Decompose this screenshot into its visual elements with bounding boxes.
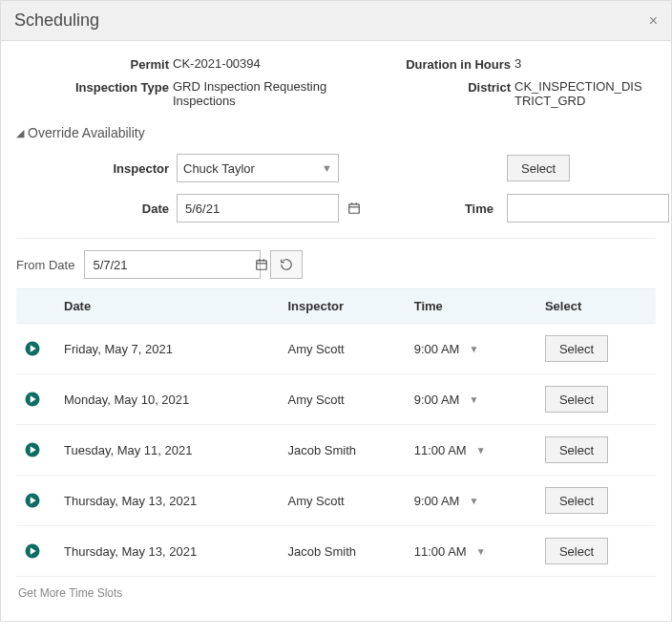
override-select-button[interactable]: Select (507, 155, 570, 181)
date-input-field[interactable] (183, 201, 347, 217)
row-date: Thursday, May 13, 2021 (56, 526, 280, 577)
override-section-header[interactable]: ◢ Override Availability (16, 125, 656, 140)
svg-rect-0 (349, 204, 360, 213)
row-select-button[interactable]: Select (545, 487, 608, 514)
row-date: Tuesday, May 11, 2021 (56, 425, 280, 476)
row-time-picker[interactable]: 9:00 AM▼ (414, 342, 479, 356)
table-row: Tuesday, May 11, 2021Jacob Smith11:00 AM… (16, 425, 656, 476)
from-date-label: From Date (16, 258, 74, 272)
slots-table: Date Inspector Time Select Friday, May 7… (16, 288, 656, 577)
row-time-value: 9:00 AM (414, 342, 460, 356)
dialog-content: Permit CK-2021-00394 Duration in Hours 3… (1, 41, 671, 621)
inspector-label: Inspector (16, 161, 169, 176)
time-label: Time (356, 202, 499, 216)
from-date-field[interactable] (91, 257, 255, 273)
chevron-down-icon: ▼ (322, 162, 332, 174)
row-inspector: Amy Scott (280, 476, 406, 526)
permit-label: Permit (16, 56, 169, 72)
play-icon[interactable] (24, 492, 49, 509)
divider (16, 238, 656, 239)
table-row: Friday, May 7, 2021Amy Scott9:00 AM▼Sele… (16, 324, 656, 374)
chevron-down-icon: ▼ (476, 546, 486, 557)
play-icon[interactable] (24, 340, 49, 357)
time-input[interactable] (507, 194, 669, 223)
calendar-icon[interactable] (347, 202, 361, 215)
duration-value: 3 (514, 56, 656, 71)
row-inspector: Jacob Smith (280, 526, 406, 577)
dialog-title: Scheduling (14, 11, 99, 31)
play-icon[interactable] (24, 441, 49, 458)
chevron-down-icon: ▼ (469, 394, 478, 405)
inspection-type-value: GRD Inspection Requesting Inspections (173, 79, 383, 108)
district-label: District (387, 79, 511, 95)
inspector-row: Inspector Chuck Taylor ▼ Select (16, 154, 656, 182)
time-input-field[interactable] (514, 201, 672, 217)
from-date-input[interactable] (84, 250, 261, 279)
titlebar: Scheduling × (1, 1, 671, 41)
row-time-value: 11:00 AM (414, 544, 467, 559)
row-time-picker[interactable]: 9:00 AM▼ (414, 393, 479, 407)
district-value: CK_INSPECTION_DISTRICT_GRD (514, 79, 656, 108)
duration-label: Duration in Hours (387, 56, 511, 72)
row-select-button[interactable]: Select (545, 538, 608, 564)
inspection-type-label: Inspection Type (16, 79, 169, 95)
row-time-value: 11:00 AM (414, 443, 467, 457)
inspector-select-value: Chuck Taylor (183, 161, 322, 176)
info-grid: Permit CK-2021-00394 Duration in Hours 3… (16, 56, 656, 108)
table-header-inspector: Inspector (280, 289, 406, 324)
row-select-button[interactable]: Select (545, 335, 608, 362)
row-inspector: Jacob Smith (280, 425, 406, 476)
row-select-button[interactable]: Select (545, 386, 608, 413)
row-time-picker[interactable]: 9:00 AM▼ (414, 494, 479, 508)
date-time-row: Date Time (16, 194, 656, 223)
collapse-icon: ◢ (16, 127, 24, 139)
inspector-select[interactable]: Chuck Taylor ▼ (177, 154, 339, 182)
scheduling-dialog: Scheduling × Permit CK-2021-00394 Durati… (0, 0, 672, 622)
row-inspector: Amy Scott (280, 324, 406, 374)
row-inspector: Amy Scott (280, 374, 406, 425)
svg-rect-7 (257, 261, 267, 269)
table-row: Thursday, May 13, 2021Jacob Smith11:00 A… (16, 526, 656, 577)
row-date: Friday, May 7, 2021 (56, 324, 280, 374)
override-section-label: Override Availability (28, 125, 145, 140)
table-header-select: Select (537, 289, 656, 324)
row-time-picker[interactable]: 11:00 AM▼ (414, 443, 486, 457)
row-date: Thursday, May 13, 2021 (56, 476, 280, 526)
table-header-date: Date (56, 289, 280, 324)
row-select-button[interactable]: Select (545, 436, 608, 463)
get-more-link[interactable]: Get More Time Slots (16, 577, 656, 605)
chevron-down-icon: ▼ (469, 496, 478, 506)
calendar-icon[interactable] (255, 258, 268, 271)
table-header-time: Time (407, 289, 537, 324)
close-icon[interactable]: × (649, 13, 658, 29)
chevron-down-icon: ▼ (476, 445, 486, 456)
refresh-icon (280, 258, 293, 271)
table-row: Thursday, May 13, 2021Amy Scott9:00 AM▼S… (16, 476, 656, 526)
play-icon[interactable] (24, 391, 49, 408)
play-icon[interactable] (24, 542, 49, 560)
table-row: Monday, May 10, 2021Amy Scott9:00 AM▼Sel… (16, 374, 656, 425)
refresh-button[interactable] (270, 250, 303, 279)
date-label: Date (16, 202, 169, 216)
permit-value: CK-2021-00394 (173, 56, 383, 71)
table-header-row: Date Inspector Time Select (16, 289, 656, 324)
row-time-value: 9:00 AM (414, 494, 460, 508)
row-time-value: 9:00 AM (414, 393, 460, 407)
date-input[interactable] (177, 194, 339, 223)
from-date-row: From Date (16, 250, 656, 279)
row-time-picker[interactable]: 11:00 AM▼ (414, 544, 486, 559)
row-date: Monday, May 10, 2021 (56, 374, 280, 425)
table-header-icon (16, 289, 56, 324)
chevron-down-icon: ▼ (469, 344, 478, 354)
